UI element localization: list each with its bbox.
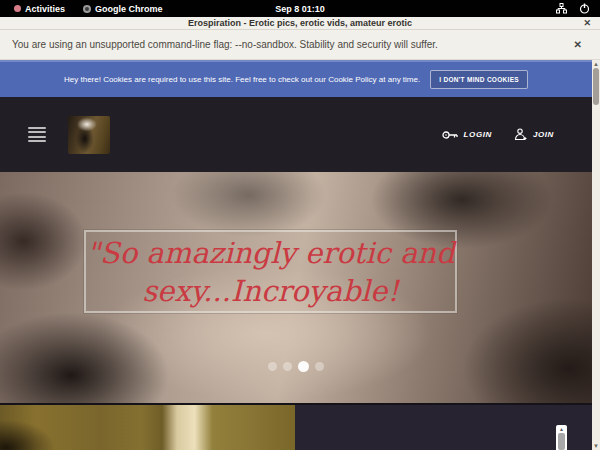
carousel-dot[interactable] bbox=[315, 362, 324, 371]
infobar-message: You are using an unsupported command-lin… bbox=[12, 39, 438, 50]
scrollbar-thumb[interactable] bbox=[593, 68, 599, 105]
join-button[interactable]: JOIN bbox=[514, 128, 554, 141]
key-icon bbox=[442, 130, 458, 140]
hero-carousel[interactable]: "So amazingly erotic and sexy...Incroyab… bbox=[0, 172, 592, 403]
window-close-button[interactable]: ✕ bbox=[583, 19, 591, 28]
thumbnail-image[interactable] bbox=[0, 405, 295, 450]
browser-viewport: Hey there! Cookies are required to use t… bbox=[0, 60, 600, 450]
carousel-dot[interactable] bbox=[268, 362, 277, 371]
webpage: Hey there! Cookies are required to use t… bbox=[0, 60, 592, 450]
hero-quote-box: "So amazingly erotic and sexy...Incroyab… bbox=[84, 230, 457, 313]
carousel-dot[interactable] bbox=[283, 362, 292, 371]
scrollbar-down-icon[interactable]: ▼ bbox=[592, 442, 600, 450]
menu-icon[interactable] bbox=[28, 127, 46, 142]
below-hero-section: ▲ bbox=[0, 403, 592, 450]
desktop-screen: Sep 8 01:10 Activities Google Chrome Ero… bbox=[0, 0, 600, 450]
cookie-accept-button[interactable]: I DON'T MIND COOKIES bbox=[430, 70, 528, 89]
window-title: Erospiration - Erotic pics, erotic vids,… bbox=[188, 18, 412, 28]
cookie-banner: Hey there! Cookies are required to use t… bbox=[0, 60, 592, 97]
cookie-message: Hey there! Cookies are required to use t… bbox=[64, 75, 420, 84]
embedded-scrollbar[interactable]: ▲ bbox=[556, 425, 567, 450]
system-top-bar: Sep 8 01:10 Activities Google Chrome bbox=[0, 0, 600, 17]
page-scrollbar[interactable]: ▲ ▼ bbox=[592, 60, 600, 450]
site-logo[interactable] bbox=[68, 116, 110, 154]
hero-quote-line2: sexy...Incroyable! bbox=[142, 272, 399, 310]
site-header: LOGIN JOIN bbox=[0, 97, 592, 172]
scrollbar-up-icon[interactable]: ▲ bbox=[592, 60, 600, 68]
join-label: JOIN bbox=[533, 130, 554, 139]
embedded-scrollbar-up-icon[interactable]: ▲ bbox=[559, 425, 564, 433]
power-icon[interactable] bbox=[579, 3, 590, 14]
chrome-icon bbox=[83, 5, 91, 13]
login-label: LOGIN bbox=[464, 130, 492, 139]
login-button[interactable]: LOGIN bbox=[442, 130, 492, 140]
carousel-dots bbox=[0, 361, 592, 372]
chrome-infobar: You are using an unsupported command-lin… bbox=[0, 30, 600, 60]
add-user-icon bbox=[514, 128, 527, 141]
hero-quote-line1: "So amazingly erotic and bbox=[86, 234, 454, 272]
infobar-close-button[interactable]: ✕ bbox=[574, 40, 582, 50]
carousel-dot[interactable] bbox=[298, 361, 309, 372]
network-icon[interactable] bbox=[556, 3, 567, 14]
embedded-scrollbar-thumb[interactable] bbox=[558, 433, 565, 450]
window-title-bar: Erospiration - Erotic pics, erotic vids,… bbox=[0, 17, 600, 30]
